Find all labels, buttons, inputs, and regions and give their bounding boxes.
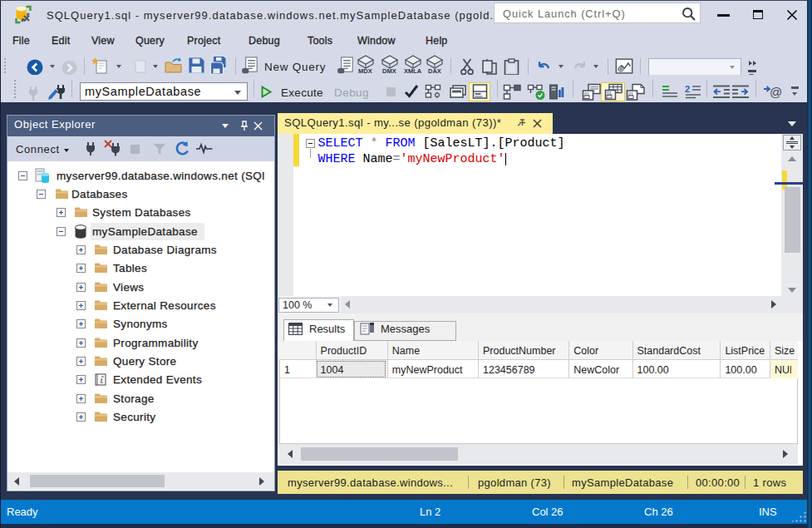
svg-text:01: 01 <box>584 91 589 96</box>
svg-text:MDX: MDX <box>358 67 372 74</box>
svg-text:01: 01 <box>628 91 633 96</box>
svg-text:01: 01 <box>607 91 612 96</box>
svg-text:DMX: DMX <box>382 67 396 74</box>
svg-text:@: @ <box>770 85 782 99</box>
svg-text:DAX: DAX <box>428 67 441 74</box>
svg-text:XMLA: XMLA <box>404 67 422 74</box>
svg-text:2: 2 <box>685 85 690 94</box>
